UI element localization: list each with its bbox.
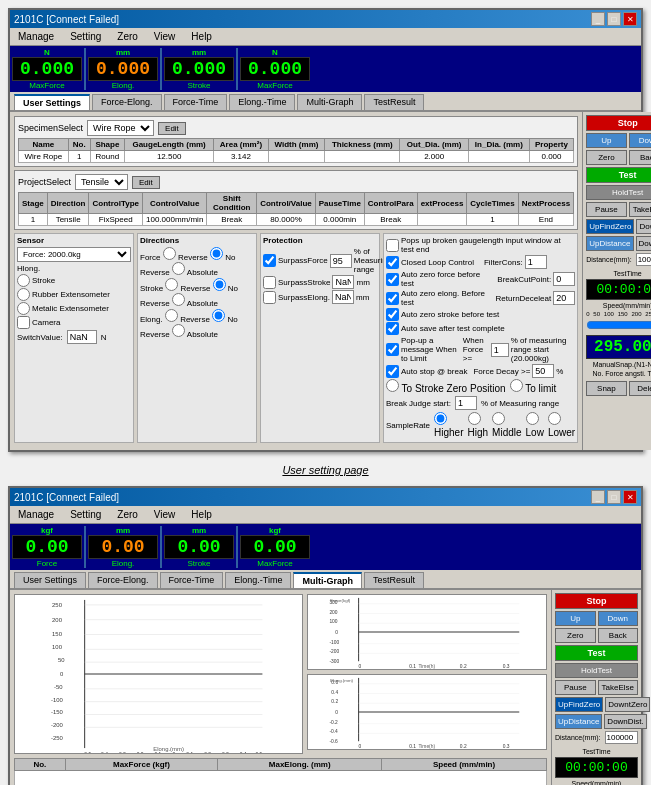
tab-force-time[interactable]: Force-Time	[164, 94, 228, 110]
specimen-select[interactable]: Wire Rope	[87, 120, 154, 136]
close-btn-2[interactable]: ✕	[623, 490, 637, 504]
surpass-force-input[interactable]	[330, 254, 352, 268]
auto-popup-cb[interactable]	[386, 343, 399, 356]
tab-force-elong[interactable]: Force-Elong.	[92, 94, 162, 110]
upfind-zero-btn-2[interactable]: UpFindZero	[555, 697, 603, 712]
back-btn-1[interactable]: Back	[629, 150, 651, 165]
menu2-help[interactable]: Help	[187, 508, 216, 521]
when-gte-input[interactable]	[491, 343, 509, 357]
to-limit-radio[interactable]: To limit	[510, 379, 557, 394]
menu2-view[interactable]: View	[150, 508, 180, 521]
sr-middle[interactable]: Middle	[492, 412, 521, 438]
rubber-radio-input[interactable]	[17, 288, 30, 301]
snap-btn-1[interactable]: Snap	[586, 381, 627, 396]
sr-high[interactable]: High	[468, 412, 489, 438]
tab2-elong-time[interactable]: Elong.-Time	[225, 572, 291, 588]
force-abs[interactable]: Absolute	[172, 268, 218, 277]
up-dist-btn-1[interactable]: UpDistance	[586, 236, 633, 251]
menu2-setting[interactable]: Setting	[66, 508, 105, 521]
tab2-multi-graph[interactable]: Multi-Graph	[293, 572, 362, 588]
project-select[interactable]: Tensile	[75, 174, 128, 190]
surpass-elong-cb[interactable]	[263, 291, 276, 304]
break-cut-input[interactable]	[553, 272, 575, 286]
sensor-select[interactable]: Force: 2000.0kg	[17, 247, 131, 262]
menu-setting[interactable]: Setting	[66, 30, 105, 43]
filter-cons-input[interactable]	[525, 255, 547, 269]
auto-stop-cb[interactable]	[386, 365, 399, 378]
elong-abs[interactable]: Absolute	[172, 330, 218, 339]
stroke-radio-input[interactable]	[17, 274, 30, 287]
popsup-cb[interactable]	[386, 239, 399, 252]
take-else-btn-2[interactable]: TakeElse	[598, 680, 639, 695]
menu2-zero[interactable]: Zero	[113, 508, 142, 521]
tab-test-result[interactable]: TestResult	[364, 94, 424, 110]
hold-test-btn-1[interactable]: HoldTest	[586, 185, 651, 200]
sr-lower[interactable]: Lower	[548, 412, 575, 438]
maximize-btn-2[interactable]: □	[607, 490, 621, 504]
surpass-force-cb[interactable]	[263, 254, 276, 267]
downz-btn-1[interactable]: DowntZero	[636, 219, 651, 234]
minimize-btn-1[interactable]: _	[591, 12, 605, 26]
back-btn-2[interactable]: Back	[598, 628, 639, 643]
closed-loop-cb[interactable]	[386, 256, 399, 269]
up-dist-btn-2[interactable]: UpDistance	[555, 714, 602, 729]
speed-slider-1[interactable]	[586, 317, 651, 333]
take-else-btn-1[interactable]: TakeElse	[629, 202, 651, 217]
up-btn-2[interactable]: Up	[555, 611, 596, 626]
hold-test-btn-2[interactable]: HoldTest	[555, 663, 638, 678]
auto-zero-elong-cb[interactable]	[386, 292, 399, 305]
pause-btn-1[interactable]: Pause	[586, 202, 627, 217]
down-btn-2[interactable]: Down	[598, 611, 639, 626]
stroke-rev[interactable]: Reverse	[165, 284, 210, 293]
sr-higher[interactable]: Higher	[434, 412, 463, 438]
distance-input-1[interactable]	[636, 253, 651, 266]
force-decay-input[interactable]	[532, 364, 554, 378]
distance-input-2[interactable]	[605, 731, 638, 744]
close-btn-1[interactable]: ✕	[623, 12, 637, 26]
test-btn-1[interactable]: Test	[586, 167, 651, 183]
tab-multi-graph[interactable]: Multi-Graph	[297, 94, 362, 110]
sr-low[interactable]: Low	[526, 412, 544, 438]
break-judge-input[interactable]	[455, 396, 477, 410]
up-btn-1[interactable]: Up	[586, 133, 627, 148]
auto-zero-stroke-cb[interactable]	[386, 308, 399, 321]
to-stroke-radio[interactable]: To Stroke Zero Position	[386, 379, 506, 394]
down-dist-btn-1[interactable]: DownDist.	[636, 236, 651, 251]
down-dist-btn-2[interactable]: DownDist.	[604, 714, 646, 729]
switch-input[interactable]	[67, 330, 97, 344]
auto-save-cb[interactable]	[386, 322, 399, 335]
elong-rev[interactable]: Reverse	[165, 315, 210, 324]
zero-btn-1[interactable]: Zero	[586, 150, 627, 165]
pause-btn-2[interactable]: Pause	[555, 680, 596, 695]
stop-btn-2[interactable]: Stop	[555, 593, 638, 609]
zero-btn-2[interactable]: Zero	[555, 628, 596, 643]
stop-btn-1[interactable]: Stop	[586, 115, 651, 131]
menu-manage[interactable]: Manage	[14, 30, 58, 43]
return-dec-input[interactable]	[553, 291, 575, 305]
minimize-btn-2[interactable]: _	[591, 490, 605, 504]
auto-zero-force-cb[interactable]	[386, 273, 399, 286]
specimen-edit-btn[interactable]: Edit	[158, 122, 186, 135]
tab-user-settings[interactable]: User Settings	[14, 94, 90, 110]
upfind-zero-btn-1[interactable]: UpFindZero	[586, 219, 634, 234]
down-btn-1[interactable]: Down	[629, 133, 651, 148]
force-rev[interactable]: Reverse	[163, 253, 208, 262]
maximize-btn-1[interactable]: □	[607, 12, 621, 26]
surpass-stroke-cb[interactable]	[263, 276, 276, 289]
tab2-test-result[interactable]: TestResult	[364, 572, 424, 588]
metalic-radio-input[interactable]	[17, 302, 30, 315]
surpass-stroke-input[interactable]	[332, 275, 354, 289]
downz-btn-2[interactable]: DowntZero	[605, 697, 650, 712]
project-edit-btn[interactable]: Edit	[132, 176, 160, 189]
menu2-manage[interactable]: Manage	[14, 508, 58, 521]
menu-view[interactable]: View	[150, 30, 180, 43]
tab-elong-time[interactable]: Elong.-Time	[229, 94, 295, 110]
tab2-force-time[interactable]: Force-Time	[160, 572, 224, 588]
surpass-elong-input[interactable]	[332, 290, 354, 304]
tab2-user-settings[interactable]: User Settings	[14, 572, 86, 588]
tab2-force-elong[interactable]: Force-Elong.	[88, 572, 158, 588]
camera-checkbox[interactable]	[17, 316, 30, 329]
test-btn-2[interactable]: Test	[555, 645, 638, 661]
delete-btn-1[interactable]: Delete	[629, 381, 651, 396]
stroke-abs[interactable]: Absolute	[172, 299, 218, 308]
